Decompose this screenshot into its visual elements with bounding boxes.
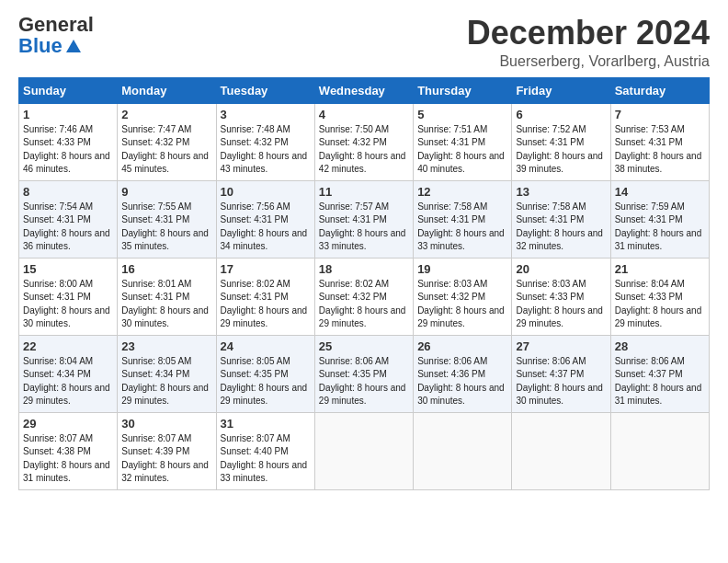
day-info: Sunrise: 8:02 AMSunset: 4:31 PMDaylight:… — [221, 278, 311, 331]
calendar-cell: 31Sunrise: 8:07 AMSunset: 4:40 PMDayligh… — [216, 412, 314, 489]
day-number: 26 — [417, 339, 507, 353]
week-row-5: 29Sunrise: 8:07 AMSunset: 4:38 PMDayligh… — [19, 412, 710, 489]
header-day-friday: Friday — [512, 77, 610, 103]
calendar-cell: 8Sunrise: 7:54 AMSunset: 4:31 PMDaylight… — [19, 180, 118, 258]
calendar-cell: 27Sunrise: 8:06 AMSunset: 4:37 PMDayligh… — [512, 335, 610, 412]
day-info: Sunrise: 8:02 AMSunset: 4:32 PMDaylight:… — [319, 278, 409, 331]
day-info: Sunrise: 8:04 AMSunset: 4:33 PMDaylight:… — [615, 278, 705, 331]
week-row-2: 8Sunrise: 7:54 AMSunset: 4:31 PMDaylight… — [19, 180, 710, 258]
header-row: SundayMondayTuesdayWednesdayThursdayFrid… — [19, 77, 710, 103]
calendar-cell: 17Sunrise: 8:02 AMSunset: 4:31 PMDayligh… — [216, 258, 314, 335]
day-info: Sunrise: 8:07 AMSunset: 4:40 PMDaylight:… — [221, 432, 311, 486]
day-number: 31 — [221, 417, 311, 431]
day-info: Sunrise: 7:59 AMSunset: 4:31 PMDaylight:… — [615, 201, 705, 254]
calendar-cell: 25Sunrise: 8:06 AMSunset: 4:35 PMDayligh… — [314, 335, 413, 412]
day-number: 11 — [319, 185, 409, 199]
day-number: 27 — [516, 339, 606, 353]
day-info: Sunrise: 7:53 AMSunset: 4:31 PMDaylight:… — [615, 123, 705, 177]
location-title: Buerserberg, Vorarlberg, Austria — [467, 53, 710, 70]
calendar-cell: 5Sunrise: 7:51 AMSunset: 4:31 PMDaylight… — [414, 103, 512, 180]
calendar-cell: 26Sunrise: 8:06 AMSunset: 4:36 PMDayligh… — [414, 335, 512, 412]
day-info: Sunrise: 7:54 AMSunset: 4:31 PMDaylight:… — [23, 201, 113, 254]
calendar-cell: 10Sunrise: 7:56 AMSunset: 4:31 PMDayligh… — [216, 180, 314, 258]
calendar-cell: 6Sunrise: 7:52 AMSunset: 4:31 PMDaylight… — [512, 103, 610, 180]
header-day-sunday: Sunday — [19, 77, 118, 103]
day-number: 17 — [221, 262, 311, 276]
calendar-cell: 23Sunrise: 8:05 AMSunset: 4:34 PMDayligh… — [118, 335, 216, 412]
day-number: 14 — [615, 185, 705, 199]
day-number: 8 — [23, 185, 113, 199]
day-number: 9 — [121, 185, 211, 199]
logo-blue-text: Blue — [18, 35, 63, 57]
calendar-cell — [512, 412, 610, 489]
week-row-4: 22Sunrise: 8:04 AMSunset: 4:34 PMDayligh… — [19, 335, 710, 412]
day-info: Sunrise: 7:58 AMSunset: 4:31 PMDaylight:… — [516, 201, 606, 254]
day-number: 5 — [417, 108, 507, 121]
calendar-cell: 24Sunrise: 8:05 AMSunset: 4:35 PMDayligh… — [216, 335, 314, 412]
day-info: Sunrise: 8:07 AMSunset: 4:39 PMDaylight:… — [121, 432, 211, 486]
header-day-saturday: Saturday — [610, 77, 709, 103]
calendar-cell: 13Sunrise: 7:58 AMSunset: 4:31 PMDayligh… — [512, 180, 610, 258]
day-number: 29 — [23, 417, 113, 431]
day-number: 13 — [516, 185, 606, 199]
calendar-cell: 22Sunrise: 8:04 AMSunset: 4:34 PMDayligh… — [19, 335, 118, 412]
day-info: Sunrise: 8:01 AMSunset: 4:31 PMDaylight:… — [121, 278, 211, 331]
calendar-cell: 21Sunrise: 8:04 AMSunset: 4:33 PMDayligh… — [610, 258, 709, 335]
calendar-cell — [414, 412, 512, 489]
day-number: 10 — [221, 185, 311, 199]
day-number: 4 — [319, 108, 409, 121]
day-info: Sunrise: 7:55 AMSunset: 4:31 PMDaylight:… — [121, 201, 211, 254]
day-number: 16 — [121, 262, 211, 276]
day-info: Sunrise: 7:56 AMSunset: 4:31 PMDaylight:… — [221, 201, 311, 254]
day-number: 18 — [319, 262, 409, 276]
calendar-cell — [610, 412, 709, 489]
day-info: Sunrise: 7:57 AMSunset: 4:31 PMDaylight:… — [319, 201, 409, 254]
day-number: 23 — [121, 339, 211, 353]
calendar-cell: 15Sunrise: 8:00 AMSunset: 4:31 PMDayligh… — [19, 258, 118, 335]
logo-arrow-icon — [64, 38, 81, 54]
day-info: Sunrise: 8:06 AMSunset: 4:36 PMDaylight:… — [417, 355, 507, 408]
title-block: December 2024 Buerserberg, Vorarlberg, A… — [467, 15, 710, 70]
calendar-cell: 11Sunrise: 7:57 AMSunset: 4:31 PMDayligh… — [314, 180, 413, 258]
day-number: 1 — [23, 108, 113, 121]
month-title: December 2024 — [467, 15, 710, 52]
day-info: Sunrise: 8:05 AMSunset: 4:34 PMDaylight:… — [121, 355, 211, 408]
day-info: Sunrise: 8:06 AMSunset: 4:35 PMDaylight:… — [319, 355, 409, 408]
page-header: General Blue December 2024 Buerserberg, … — [18, 15, 710, 70]
calendar-cell: 12Sunrise: 7:58 AMSunset: 4:31 PMDayligh… — [414, 180, 512, 258]
calendar-cell: 20Sunrise: 8:03 AMSunset: 4:33 PMDayligh… — [512, 258, 610, 335]
week-row-1: 1Sunrise: 7:46 AMSunset: 4:33 PMDaylight… — [19, 103, 710, 180]
calendar-cell: 1Sunrise: 7:46 AMSunset: 4:33 PMDaylight… — [19, 103, 118, 180]
day-number: 22 — [23, 339, 113, 353]
calendar-cell: 7Sunrise: 7:53 AMSunset: 4:31 PMDaylight… — [610, 103, 709, 180]
day-number: 2 — [121, 108, 211, 121]
day-info: Sunrise: 8:07 AMSunset: 4:38 PMDaylight:… — [23, 432, 113, 486]
header-day-monday: Monday — [118, 77, 216, 103]
day-info: Sunrise: 7:48 AMSunset: 4:32 PMDaylight:… — [221, 123, 311, 177]
calendar-cell: 4Sunrise: 7:50 AMSunset: 4:32 PMDaylight… — [314, 103, 413, 180]
calendar-cell — [314, 412, 413, 489]
day-number: 24 — [221, 339, 311, 353]
calendar-cell: 29Sunrise: 8:07 AMSunset: 4:38 PMDayligh… — [19, 412, 118, 489]
day-info: Sunrise: 7:58 AMSunset: 4:31 PMDaylight:… — [417, 201, 507, 254]
day-number: 19 — [417, 262, 507, 276]
svg-marker-0 — [66, 40, 81, 52]
day-info: Sunrise: 7:52 AMSunset: 4:31 PMDaylight:… — [516, 123, 606, 177]
day-number: 20 — [516, 262, 606, 276]
logo-image: General — [18, 15, 99, 35]
calendar-cell: 30Sunrise: 8:07 AMSunset: 4:39 PMDayligh… — [118, 412, 216, 489]
day-number: 3 — [221, 108, 311, 121]
calendar-cell: 14Sunrise: 7:59 AMSunset: 4:31 PMDayligh… — [610, 180, 709, 258]
day-number: 12 — [417, 185, 507, 199]
day-number: 6 — [516, 108, 606, 121]
logo: General Blue — [18, 15, 99, 57]
day-info: Sunrise: 8:04 AMSunset: 4:34 PMDaylight:… — [23, 355, 113, 408]
day-info: Sunrise: 8:03 AMSunset: 4:32 PMDaylight:… — [417, 278, 507, 331]
day-info: Sunrise: 8:06 AMSunset: 4:37 PMDaylight:… — [516, 355, 606, 408]
calendar-cell: 19Sunrise: 8:03 AMSunset: 4:32 PMDayligh… — [414, 258, 512, 335]
week-row-3: 15Sunrise: 8:00 AMSunset: 4:31 PMDayligh… — [19, 258, 710, 335]
day-info: Sunrise: 8:06 AMSunset: 4:37 PMDaylight:… — [615, 355, 705, 408]
header-day-tuesday: Tuesday — [216, 77, 314, 103]
calendar-table: SundayMondayTuesdayWednesdayThursdayFrid… — [18, 77, 710, 490]
calendar-cell: 16Sunrise: 8:01 AMSunset: 4:31 PMDayligh… — [118, 258, 216, 335]
